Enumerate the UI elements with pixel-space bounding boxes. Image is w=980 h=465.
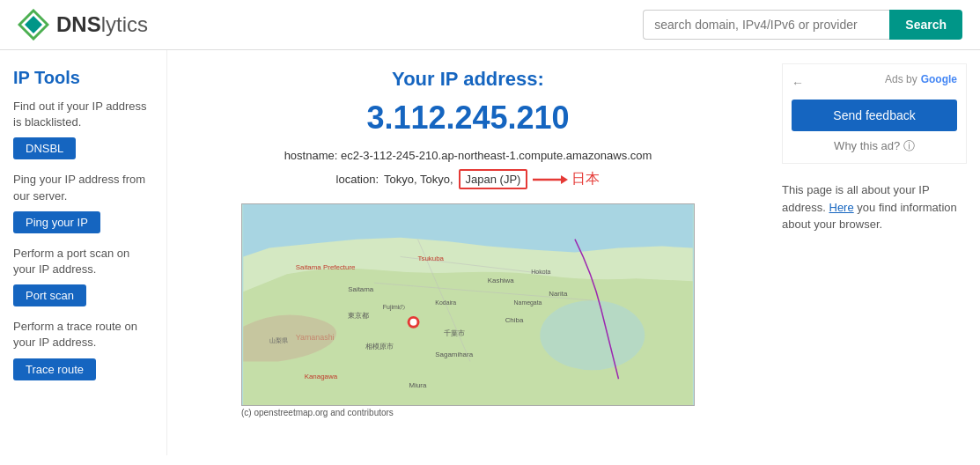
svg-text:Chiba: Chiba — [505, 316, 524, 324]
ip-address: 3.112.245.210 — [194, 100, 742, 137]
map-caption: (c) openstreetmap.org and contributors — [241, 408, 695, 417]
svg-text:相模原市: 相模原市 — [365, 343, 394, 351]
location-country-highlight: Japan (JP) — [459, 169, 528, 189]
svg-text:Tsukuba: Tsukuba — [418, 255, 445, 262]
dnsbl-desc: Find out if your IP address is blacklist… — [13, 99, 153, 130]
svg-text:Saitama: Saitama — [348, 285, 374, 293]
ads-header: Ads by Google — [885, 73, 957, 85]
ip-label: Your IP address: — [194, 68, 742, 91]
why-this-ad[interactable]: Why this ad? ⓘ — [792, 138, 957, 154]
map-svg: Saitama Prefecture Tsukuba Saitama Kashi… — [242, 204, 694, 405]
sidebar: IP Tools Find out if your IP address is … — [0, 50, 167, 455]
svg-text:Narita: Narita — [549, 290, 568, 298]
arrow-annotation: 日本 — [533, 170, 600, 188]
logo-icon — [18, 9, 49, 41]
content-area: Your IP address: 3.112.245.210 hostname:… — [167, 50, 769, 455]
svg-text:Kodaira: Kodaira — [435, 299, 456, 306]
location-label: location: — [336, 173, 379, 186]
svg-text:Sagamihara: Sagamihara — [435, 351, 473, 358]
page-info: This page is all about your IP address. … — [782, 181, 967, 233]
svg-point-5 — [540, 300, 645, 370]
arrow-icon — [533, 173, 568, 187]
hostname-label: hostname: — [284, 149, 338, 162]
logo-area: DNSlytics — [18, 9, 148, 41]
hostname-value: ec2-3-112-245-210.ap-northeast-1.compute… — [341, 149, 652, 162]
port-scan-button[interactable]: Port scan — [13, 284, 86, 306]
svg-marker-3 — [561, 175, 568, 184]
svg-text:山梨県: 山梨県 — [269, 337, 288, 343]
logo-text: DNSlytics — [56, 12, 148, 37]
right-sidebar: ← Ads by Google Send feedback Why this a… — [769, 50, 980, 455]
svg-text:Kashiwa: Kashiwa — [488, 277, 515, 284]
svg-text:Kanagawa: Kanagawa — [305, 373, 338, 380]
svg-point-22 — [410, 319, 417, 326]
ping-button[interactable]: Ping your IP — [13, 211, 100, 233]
search-button[interactable]: Search — [889, 10, 962, 40]
trace-desc: Perform a trace route on your IP address… — [13, 319, 153, 351]
main-layout: IP Tools Find out if your IP address is … — [0, 50, 980, 455]
svg-text:東京都: 東京都 — [348, 312, 369, 320]
ads-top-row: ← Ads by Google — [792, 73, 957, 92]
ping-desc: Ping your IP address from our server. — [13, 172, 153, 203]
svg-text:Miura: Miura — [409, 381, 427, 389]
send-feedback-button[interactable]: Send feedback — [792, 100, 957, 131]
dnsbl-button[interactable]: DNSBL — [13, 137, 76, 159]
ads-area: ← Ads by Google Send feedback Why this a… — [782, 63, 967, 164]
location-line: location: Tokyo, Tokyo, Japan (JP) 日本 — [194, 169, 742, 189]
svg-text:Fujimiの: Fujimiの — [383, 304, 405, 311]
svg-text:Saitama Prefecture: Saitama Prefecture — [296, 263, 356, 271]
hostname: hostname: ec2-3-112-245-210.ap-northeast… — [194, 149, 742, 162]
ads-by-label: Ads by — [885, 73, 917, 85]
japan-kanji: 日本 — [571, 170, 600, 188]
sidebar-title: IP Tools — [13, 68, 153, 88]
ads-back-button[interactable]: ← — [792, 76, 804, 90]
header: DNSlytics Search — [0, 0, 980, 50]
svg-text:千葉市: 千葉市 — [444, 329, 465, 337]
svg-text:Hokota: Hokota — [531, 269, 550, 275]
svg-text:Namegata: Namegata — [514, 299, 542, 306]
port-desc: Perform a port scan on your IP address. — [13, 246, 153, 277]
location-city: Tokyo, Tokyo, — [384, 173, 453, 186]
trace-route-button[interactable]: Trace route — [13, 358, 96, 380]
search-input[interactable] — [643, 10, 889, 40]
google-label: Google — [921, 73, 957, 85]
map-container: Saitama Prefecture Tsukuba Saitama Kashi… — [241, 203, 695, 406]
search-area: Search — [643, 10, 962, 40]
page-info-link[interactable]: Here — [829, 201, 854, 214]
